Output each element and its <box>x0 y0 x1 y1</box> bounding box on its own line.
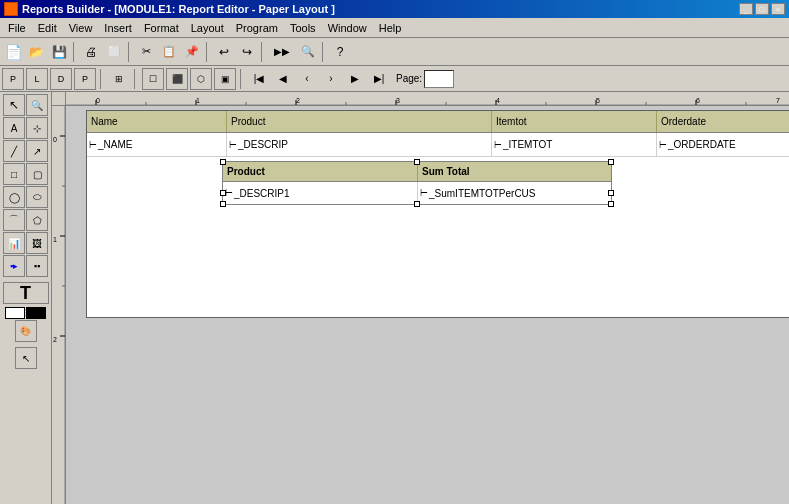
tool-circle[interactable]: ◯ <box>3 186 25 208</box>
sel-handle-tr <box>608 159 614 165</box>
tool-text[interactable]: A <box>3 117 25 139</box>
separator-6 <box>100 69 104 89</box>
menu-view[interactable]: View <box>63 21 99 35</box>
window-title: Reports Builder - [MODULE1: Report Edito… <box>22 3 735 15</box>
report-data-row: ⊢ _NAME ⊢ _DESCRIP ⊢ _ITEMTOT ⊢ _ORDERDA… <box>87 133 789 157</box>
run-button[interactable]: ▶▶ <box>268 41 296 63</box>
separator-3 <box>206 42 210 62</box>
tool-line[interactable]: ╱ <box>3 140 25 162</box>
menu-window[interactable]: Window <box>322 21 373 35</box>
view-btn-1[interactable]: P <box>2 68 24 90</box>
menu-layout[interactable]: Layout <box>185 21 230 35</box>
select-all-btn[interactable]: ▣ <box>214 68 236 90</box>
selector-btn[interactable]: ☐ <box>142 68 164 90</box>
report-header-row: Name Product Itemtot Orderdate <box>87 111 789 133</box>
inner-field-sumitemtot: ⊢ _SumITEMTOTPerCUS <box>418 182 611 204</box>
header-product: Product <box>227 111 492 132</box>
view-btn-4[interactable]: P <box>74 68 96 90</box>
expand-btn[interactable]: ⊞ <box>108 68 130 90</box>
cut-button[interactable]: ✂ <box>135 41 157 63</box>
paste-button[interactable]: 📌 <box>181 41 203 63</box>
tool-arrow[interactable]: ↗ <box>26 140 48 162</box>
minimize-button[interactable]: _ <box>739 3 753 15</box>
undo-button[interactable]: ↩ <box>213 41 235 63</box>
sel-handle-bl <box>220 201 226 207</box>
inner-header-row: Product Sum Total <box>223 162 611 182</box>
view-btn-2[interactable]: L <box>26 68 48 90</box>
separator-8 <box>240 69 244 89</box>
ruler-horizontal: 0 1 2 3 4 5 6 7 <box>66 92 789 106</box>
menu-program[interactable]: Program <box>230 21 284 35</box>
tool-rect[interactable]: □ <box>3 163 25 185</box>
title-bar: Reports Builder - [MODULE1: Report Edito… <box>0 0 789 18</box>
separator-4 <box>261 42 265 62</box>
inner-frame[interactable]: Product Sum Total ⊢ _DESCRIP1 <box>222 161 612 205</box>
tool-color-fg[interactable] <box>26 307 46 319</box>
tool-color-bg[interactable] <box>5 307 25 319</box>
tool-chart[interactable]: 📊 <box>3 232 25 254</box>
menu-tools[interactable]: Tools <box>284 21 322 35</box>
tool-palette[interactable]: 🎨 <box>15 320 37 342</box>
menu-help[interactable]: Help <box>373 21 408 35</box>
print-button[interactable]: 🖨 <box>80 41 102 63</box>
tool-big-text[interactable]: T <box>3 282 49 304</box>
header-itemtot: Itemtot <box>492 111 657 132</box>
tool-boilerplate[interactable]: ▪▪ <box>26 255 48 277</box>
field-itemtot: ⊢ _ITEMTOT <box>492 133 657 156</box>
separator-7 <box>134 69 138 89</box>
paper: Name Product Itemtot Orderdate ⊢ _NAME ⊢… <box>86 110 789 318</box>
zoom-button[interactable]: 🔍 <box>297 41 319 63</box>
save-button[interactable]: 💾 <box>48 41 70 63</box>
tool-node[interactable]: ⊹ <box>26 117 48 139</box>
empty-area <box>87 217 789 317</box>
nav-next[interactable]: ▶ <box>344 68 366 90</box>
field-name: ⊢ _NAME <box>87 133 227 156</box>
ruler-corner <box>52 92 66 106</box>
sel-handle-tc <box>414 159 420 165</box>
redo-button[interactable]: ↪ <box>236 41 258 63</box>
tool-field[interactable]: ▪▸ <box>3 255 25 277</box>
separator-5 <box>322 42 326 62</box>
separator-1 <box>73 42 77 62</box>
menu-file[interactable]: File <box>2 21 32 35</box>
page-input[interactable] <box>424 70 454 88</box>
copy-button[interactable]: 📋 <box>158 41 180 63</box>
field-descrip: ⊢ _DESCRIP <box>227 133 492 156</box>
tool-round-rect[interactable]: ▢ <box>26 163 48 185</box>
sel-handle-br <box>608 201 614 207</box>
paint-btn[interactable]: ⬡ <box>190 68 212 90</box>
tool-polygon[interactable]: ⬠ <box>26 209 48 231</box>
sel-handle-ml <box>220 190 226 196</box>
menu-insert[interactable]: Insert <box>98 21 138 35</box>
toolbar-main: 📄 📂 💾 🖨 ⬜ ✂ 📋 📌 ↩ ↪ ▶▶ 🔍 ? <box>0 38 789 66</box>
nav-first[interactable]: |◀ <box>248 68 270 90</box>
nav-next-small[interactable]: › <box>320 68 342 90</box>
inner-header-product: Product <box>223 162 418 181</box>
tool-zoom[interactable]: 🔍 <box>26 94 48 116</box>
tool-arc[interactable]: ⌒ <box>3 209 25 231</box>
close-button[interactable]: × <box>771 3 785 15</box>
tool-select2[interactable]: ↖ <box>15 347 37 369</box>
maximize-button[interactable]: □ <box>755 3 769 15</box>
tool-select[interactable]: ↖ <box>3 94 25 116</box>
menu-edit[interactable]: Edit <box>32 21 63 35</box>
nav-last[interactable]: ▶| <box>368 68 390 90</box>
menu-format[interactable]: Format <box>138 21 185 35</box>
nav-prev-small[interactable]: ‹ <box>296 68 318 90</box>
new-button[interactable]: 📄 <box>2 41 24 63</box>
inner-header-sumtotal: Sum Total <box>418 162 611 181</box>
print-preview-button[interactable]: ⬜ <box>103 41 125 63</box>
tool-ellipse[interactable]: ⬭ <box>26 186 48 208</box>
frame-btn[interactable]: ⬛ <box>166 68 188 90</box>
header-name: Name <box>87 111 227 132</box>
tool-image[interactable]: 🖼 <box>26 232 48 254</box>
sel-handle-bc <box>414 201 420 207</box>
sel-handle-tl <box>220 159 226 165</box>
separator-2 <box>128 42 132 62</box>
tools-panel: ↖ 🔍 A ⊹ ╱ ↗ □ ▢ ◯ ⬭ ⌒ ⬠ 📊 🖼 ▪▸ ▪▪ <box>0 92 52 504</box>
nav-prev[interactable]: ◀ <box>272 68 294 90</box>
open-button[interactable]: 📂 <box>25 41 47 63</box>
ruler-vertical: 0 1 2 <box>52 106 66 504</box>
view-btn-3[interactable]: D <box>50 68 72 90</box>
help-button[interactable]: ? <box>329 41 351 63</box>
